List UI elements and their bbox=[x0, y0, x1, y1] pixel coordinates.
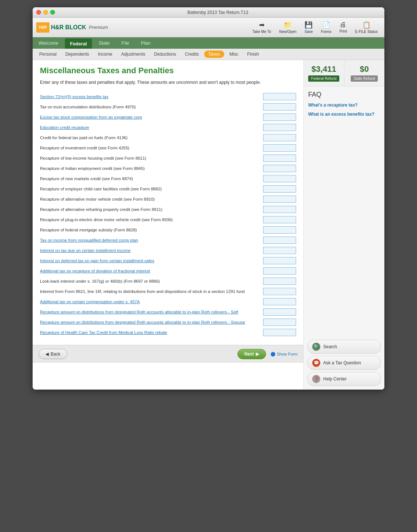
table-row: Education credit recapture bbox=[40, 122, 296, 133]
subnav-credits[interactable]: Credits bbox=[181, 50, 203, 58]
form-row-input[interactable] bbox=[263, 165, 296, 172]
form-row-input[interactable] bbox=[263, 124, 296, 131]
take-me-to-button[interactable]: ➡ Take Me To bbox=[250, 20, 274, 35]
search-button[interactable]: 🔍 Search bbox=[307, 340, 381, 354]
toolbar-buttons: ➡ Take Me To 📁 New/Open 💾 Save 📄 Forms 🖨… bbox=[250, 20, 381, 35]
federal-refund-label: Federal Refund bbox=[308, 75, 339, 82]
subnav-misc[interactable]: Misc bbox=[226, 50, 242, 58]
form-row-label[interactable]: Tax on income from nonqualified deferred… bbox=[40, 237, 263, 243]
table-row: Look-back interest under s. 167(g) or 46… bbox=[40, 276, 296, 286]
subnav-deductions[interactable]: Deductions bbox=[150, 50, 180, 58]
form-row-input[interactable] bbox=[263, 144, 296, 152]
form-row-input[interactable] bbox=[263, 308, 296, 316]
print-button[interactable]: 🖨 Print bbox=[336, 20, 350, 35]
show-form-button[interactable]: 🔵 Show Form bbox=[270, 352, 298, 357]
next-arrow-icon: ▶ bbox=[256, 351, 259, 357]
bottom-bar: ◀ Back Next ▶ 🔵 Show Form bbox=[33, 345, 303, 363]
subnav-dependents[interactable]: Dependents bbox=[62, 50, 93, 58]
subnav-personal[interactable]: Personal bbox=[36, 50, 60, 58]
sidebar-bottom: 🔍 Search 💬 Ask a Tax Question ❓ Help Cen… bbox=[304, 336, 384, 390]
efile-status-button[interactable]: 📋 E-FILE Status bbox=[352, 20, 381, 35]
form-row-label[interactable]: Additional tax on certain compensation u… bbox=[40, 299, 263, 305]
form-row-label[interactable]: Interest on tax due on certain installme… bbox=[40, 248, 263, 253]
form-row-input[interactable] bbox=[263, 93, 296, 100]
form-row-label: Interest from Form 8621, line 16f, relat… bbox=[40, 289, 263, 294]
form-row-input[interactable] bbox=[263, 278, 296, 285]
form-row-input[interactable] bbox=[263, 216, 296, 223]
form-row-input[interactable] bbox=[263, 298, 296, 305]
page-description: Enter any of these taxes and penalties t… bbox=[40, 79, 296, 86]
form-row-label[interactable]: Interest on deferred tax on gain from ce… bbox=[40, 258, 263, 264]
nav-welcome[interactable]: Welcome bbox=[33, 37, 64, 49]
form-row-input[interactable] bbox=[263, 155, 296, 162]
form-row-input[interactable] bbox=[263, 288, 296, 295]
form-row-input[interactable] bbox=[263, 206, 296, 213]
form-row-input[interactable] bbox=[263, 247, 296, 254]
back-label: Back bbox=[51, 351, 60, 357]
refund-panel: $3,411 Federal Refund $0 State Refund bbox=[304, 60, 384, 86]
form-row-label: Recapture of plug-in electric drive moto… bbox=[40, 217, 263, 223]
traffic-lights bbox=[36, 10, 55, 15]
minimize-button[interactable] bbox=[43, 10, 48, 15]
sidebar: $3,411 Federal Refund $0 State Refund FA… bbox=[304, 60, 384, 390]
show-form-label: Show Form bbox=[277, 352, 298, 356]
nav-state[interactable]: State bbox=[93, 37, 115, 49]
form-row-input[interactable] bbox=[263, 319, 296, 326]
form-row-input[interactable] bbox=[263, 257, 296, 264]
table-row: Recapture of Health Care Tax Credit from… bbox=[40, 327, 296, 338]
ask-tax-question-button[interactable]: 💬 Ask a Tax Question bbox=[307, 356, 381, 370]
subnav-adjustments[interactable]: Adjustments bbox=[117, 50, 149, 58]
table-row: Recapture of Indian employment credit (s… bbox=[40, 163, 296, 174]
subnav-taxes[interactable]: Taxes bbox=[204, 51, 224, 58]
form-row-input[interactable] bbox=[263, 226, 296, 234]
take-me-to-icon: ➡ bbox=[259, 21, 265, 29]
next-label: Next bbox=[244, 351, 254, 357]
subnav-finish[interactable]: Finish bbox=[244, 50, 263, 58]
content-area: Miscellaneous Taxes and Penalties Enter … bbox=[33, 60, 304, 390]
form-row-input[interactable] bbox=[263, 134, 296, 141]
form-row-label: Recapture of alternative motor vehicle c… bbox=[40, 196, 263, 202]
forms-button[interactable]: 📄 Forms bbox=[318, 20, 334, 35]
form-row-label[interactable]: Section 72(m)(5) excess benefits tax bbox=[40, 94, 263, 100]
maximize-button[interactable] bbox=[50, 10, 55, 15]
form-row-label[interactable]: Education credit recapture bbox=[40, 124, 263, 130]
form-row-label: Recapture of new markets credit (see For… bbox=[40, 176, 263, 182]
form-row-input[interactable] bbox=[263, 196, 296, 203]
back-button[interactable]: ◀ Back bbox=[38, 349, 67, 359]
form-row-label: Look-back interest under s. 167(g) or 46… bbox=[40, 278, 263, 284]
form-row-input[interactable] bbox=[263, 329, 296, 336]
help-center-button[interactable]: ❓ Help Center bbox=[307, 372, 381, 386]
form-row-input[interactable] bbox=[263, 114, 296, 121]
save-icon: 💾 bbox=[305, 21, 313, 29]
nav-bar: Welcome Federal State File Plan bbox=[33, 37, 384, 49]
new-open-button[interactable]: 📁 New/Open bbox=[276, 20, 299, 35]
title-bar: Battersby 2013 Tax Return.T13 bbox=[33, 7, 384, 18]
next-button[interactable]: Next ▶ bbox=[237, 349, 266, 359]
close-button[interactable] bbox=[36, 10, 41, 15]
main-layout: Miscellaneous Taxes and Penalties Enter … bbox=[33, 60, 384, 390]
form-row-label[interactable]: Additional tax on recapture of donation … bbox=[40, 268, 263, 274]
search-icon: 🔍 bbox=[312, 343, 320, 351]
form-row-input[interactable] bbox=[263, 237, 296, 244]
table-row: Interest from Form 8621, line 16f, relat… bbox=[40, 286, 296, 297]
form-row-input[interactable] bbox=[263, 175, 296, 182]
faq-item-0[interactable]: What's a recapture tax? bbox=[308, 102, 380, 108]
form-row-input[interactable] bbox=[263, 103, 296, 111]
form-row-input[interactable] bbox=[263, 185, 296, 193]
form-row-label[interactable]: Recapture of Health Care Tax Credit from… bbox=[40, 330, 263, 335]
faq-item-1[interactable]: What is an excess benefits tax? bbox=[308, 111, 380, 118]
form-row-label[interactable]: Excise tax stock compensation from an ex… bbox=[40, 114, 263, 120]
form-row-label: Recapture of investment credit (see Form… bbox=[40, 145, 263, 151]
help-icon: ❓ bbox=[312, 375, 320, 383]
form-row-label[interactable]: Recapture amount on distributions from d… bbox=[40, 319, 263, 325]
page-title: Miscellaneous Taxes and Penalties bbox=[40, 66, 296, 75]
nav-file[interactable]: File bbox=[116, 37, 135, 49]
nav-plan[interactable]: Plan bbox=[135, 37, 156, 49]
nav-federal[interactable]: Federal bbox=[65, 38, 92, 49]
subnav-income[interactable]: Income bbox=[94, 50, 116, 58]
forms-label: Forms bbox=[321, 30, 331, 34]
form-row-input[interactable] bbox=[263, 267, 296, 275]
take-me-to-label: Take Me To bbox=[252, 30, 271, 34]
save-button[interactable]: 💾 Save bbox=[302, 20, 316, 35]
form-row-label[interactable]: Recapture amount on distributions from d… bbox=[40, 309, 263, 315]
